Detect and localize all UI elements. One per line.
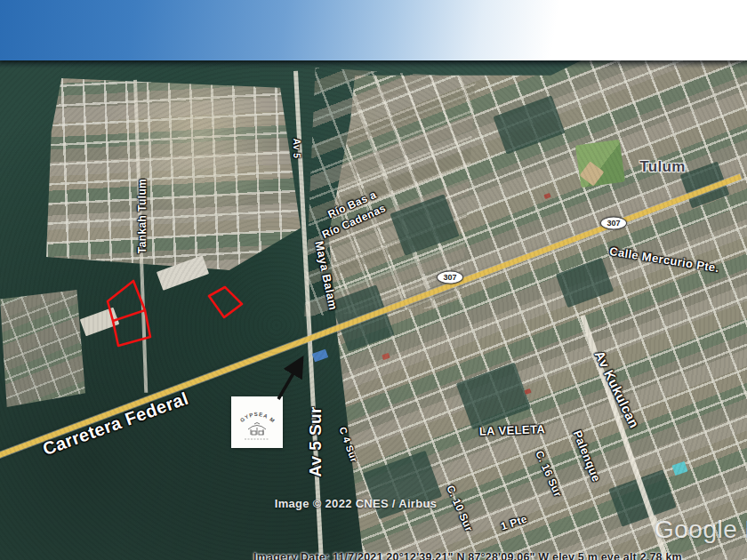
warehouse-roof [157,255,209,290]
parcel-outline-east [209,287,242,317]
svg-text:GYPSEA MARKET: GYPSEA MARKET [231,396,276,424]
pool [671,461,687,476]
city-grid-center [293,68,476,316]
pointer-arrow [278,361,301,399]
imagery-status-bar: Imagery Date: 11/7/2021 20°12'39.21" N 8… [253,551,682,560]
jungle-patch [390,194,459,255]
jungle-patch [456,363,532,430]
market-stall-sketch [248,423,266,436]
road-av-5-sur [293,71,324,560]
red-roof [543,193,550,199]
map-viewport[interactable]: GYPSEA MARKET TulumCalle Mercurio Pte.Av… [0,60,747,560]
blue-roof-building [312,349,328,363]
gypsea-market-logo-art: GYPSEA MARKET [231,396,283,448]
map-label: C. 16 Sur [533,449,564,500]
map-label: Carretera Federal [40,388,191,460]
city-grid-southwest [0,290,85,407]
map-label: C 4 Sur [337,426,359,464]
road-tankah-tulum [133,80,148,393]
map-label: LA VELETA [479,422,546,438]
map-label: Río Bas a [326,188,379,221]
gypsea-market-logo: GYPSEA MARKET [231,396,283,448]
map-label: Río Cadenas [320,202,388,241]
map-label: Tulum [639,158,686,176]
red-roof [382,353,390,360]
google-earth-watermark: Google E [655,516,747,544]
red-roof [611,246,618,252]
top-banner [0,0,747,60]
map-label: 1 Pte [499,513,529,533]
city-grid-northwest [46,78,301,270]
baseball-field [575,140,625,188]
red-roof [524,388,531,395]
imagery-attribution: Image © 2022 CNES / Airbus [275,497,437,510]
map-label: Palenque [571,428,604,484]
jungle-patch [493,95,565,154]
warehouse-roof [80,308,119,336]
jungle-patch [556,258,614,308]
map-label: C. 10 Sur [444,484,475,534]
map-label: Calle Mercurio Pte. [608,244,719,275]
